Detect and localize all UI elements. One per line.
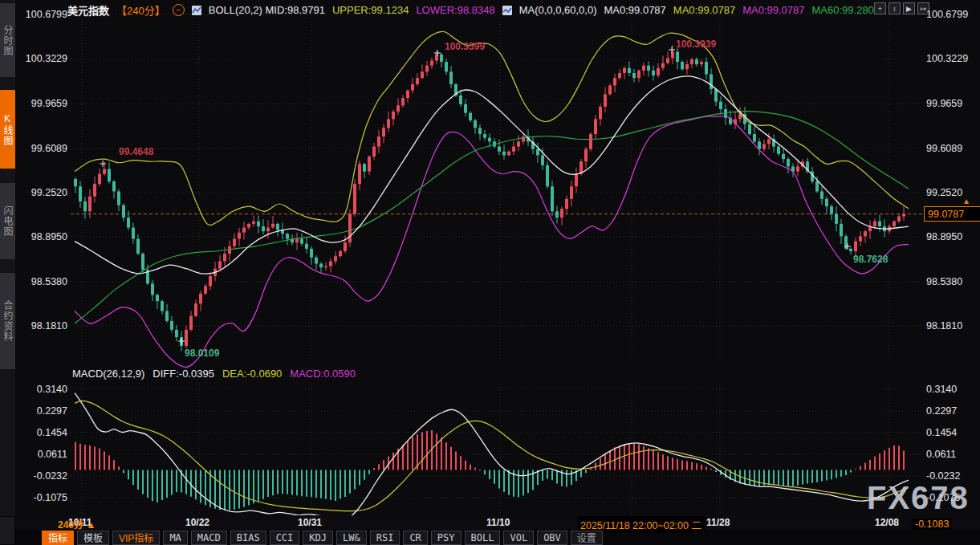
y-axis-label-right: 0.3140 [926,384,978,395]
y-axis-label-right: 98.1810 [926,320,978,331]
y-axis-label-left: 99.9659 [21,98,67,109]
y-axis-label-left: -0.1075 [21,492,67,503]
high-price-annotation: 100.3599 [445,41,485,52]
x-axis-date: 11/28 [706,517,730,528]
pan-tool-icon[interactable]: + [874,2,886,14]
toolbar-item-VOL[interactable]: VOL [503,531,534,545]
toolbar-item-PSY[interactable]: PSY [431,531,462,545]
ma-indicator-icon[interactable] [502,6,512,15]
macd-diff-value: DIFF:-0.0395 [152,368,214,380]
macd-header: MACD(26,12,9) DIFF:-0.0395 DEA:-0.0690 M… [72,368,356,380]
boll-upper-value: UPPER:99.1234 [332,4,409,16]
sidebar-tab-3[interactable]: 闪电图 [0,183,15,259]
macd-macd-value: MACD:0.0590 [290,368,356,380]
toolbar-item-MA[interactable]: MA [163,531,187,545]
toolbar-item-LW&[interactable]: LW& [336,531,367,545]
y-axis-label-right: 0.2297 [926,405,978,417]
toolbar-item-模板[interactable]: 模板 [77,531,109,545]
sidebar-tab-2[interactable]: K线图 [0,90,15,169]
macd-params-diff: MACD(26,12,9) [72,368,144,380]
toolbar-item-KDJ[interactable]: KDJ [303,531,333,545]
y-axis-label-left: 98.1810 [21,320,67,331]
y-axis-label-right: 99.9659 [926,98,978,109]
y-axis-label-right: 100.3229 [926,53,978,64]
collapse-icon[interactable]: − [173,4,185,16]
y-axis-label-left: 98.8950 [21,231,67,242]
x-axis-date: 11/10 [486,517,510,528]
fx678-watermark: FX678 [867,480,970,516]
indicator-header: 美元指数 【240分】 − BOLL(20,2) MID:98.9791 UPP… [67,2,880,18]
toolbar-item-指标[interactable]: 指标 [42,531,74,545]
y-axis-label-left: 0.1454 [21,427,67,438]
y-axis-label-right: 98.8950 [926,231,978,242]
ma60-value: MA60:99.2804 [812,4,880,16]
bottom-left-block [0,517,14,544]
y-axis-label-right: 0.0611 [926,449,978,460]
chart-toolbar-icons: + ↕ ▶ ↦ [874,2,929,14]
toolbar-item-RSI[interactable]: RSI [370,531,401,545]
x-axis-date: 10/22 [185,517,209,528]
y-axis-label-right: 0.1454 [926,427,978,438]
ma0-white-value: MA0:99.0787 [604,4,665,16]
toolbar-item-CCI[interactable]: CCI [270,531,300,545]
ma0-magenta-value: MA0:99.0787 [742,4,804,16]
y-axis-label-left: -0.0232 [21,470,67,482]
y-axis-label-right: 100.6799 [926,9,978,20]
boll-values: BOLL(20,2) MID:98.9791 [209,4,325,16]
sidebar-tab-1[interactable]: 分时图 [0,3,15,77]
sidebar-tab-4[interactable]: 合约资料 [0,273,15,369]
macd-cursor-value: -0.1083 [912,519,952,530]
toolbar-item-BIAS[interactable]: BIAS [230,531,266,545]
y-axis-label-left: 0.2297 [21,405,67,417]
symbol-name: 美元指数 [67,2,109,18]
toolbar-item-CR[interactable]: CR [403,531,427,545]
boll-indicator-icon[interactable] [192,6,201,15]
price-up-arrow-icon: ▲ [962,197,970,205]
y-axis-label-left: 100.6799 [21,9,67,20]
chart-type-sidebar: 分时图K线图闪电图合约资料 [0,0,15,516]
period-dropdown-icon: ▲ [86,519,96,531]
ma-params: MA(0,0,0,60,0,0) [519,4,597,16]
playback-tool-icon[interactable]: ▶ [903,2,915,14]
indicator-toolbar: 指标模板VIP指标MAMACDBIASCCIKDJLW&RSICRPSYBOLL… [42,530,603,545]
last-price-marker: 99.0787 [924,206,980,222]
high-price-annotation: 99.4648 [119,146,153,157]
toolbar-item-MACD[interactable]: MACD [191,531,227,545]
y-axis-label-left: 99.6089 [21,143,67,154]
x-axis-date: 10/31 [298,517,322,528]
period-selector[interactable]: 240分 ▲ [58,517,96,531]
period-badge: 【240分】 [116,2,165,18]
y-axis-label-left: 98.5380 [21,276,67,287]
ma0-yellow-value: MA0:99.0787 [673,4,735,16]
high-price-annotation: 100.3939 [676,39,716,50]
y-axis-label-right: 99.6089 [926,143,978,154]
macd-dea-value: DEA:-0.0690 [222,368,282,380]
toolbar-item-BOLL[interactable]: BOLL [465,531,501,545]
low-price-annotation: 98.7628 [853,254,888,265]
y-axis-label-left: 99.2520 [21,187,67,198]
y-axis-label-left: 0.0611 [21,449,67,460]
chart-canvas[interactable] [0,0,980,545]
low-price-annotation: 98.0109 [185,348,219,359]
toolbar-item-VIP指标[interactable]: VIP指标 [112,531,160,545]
y-axis-label-left: 100.3229 [21,53,67,64]
scale-tool-icon[interactable]: ↕ [889,2,901,14]
x-axis-date: 12/08 [875,517,899,528]
toolbar-item-OBV[interactable]: OBV [537,531,567,545]
boll-lower-value: LOWER:98.8348 [416,4,494,16]
y-axis-label-left: 0.3140 [21,384,67,395]
toolbar-item-设置[interactable]: 设置 [571,531,603,545]
y-axis-label-right: 98.5380 [926,276,978,287]
